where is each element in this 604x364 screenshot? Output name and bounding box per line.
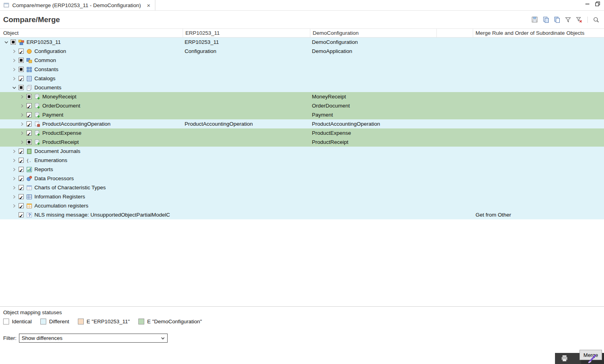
table-row[interactable]: ERP10253_11 ERP10253_11 DemoConfiguratio… [0, 38, 604, 47]
chevron-right-icon[interactable] [11, 166, 17, 173]
row-checkbox[interactable] [19, 185, 24, 190]
row-checkbox[interactable] [26, 112, 32, 117]
object-cell: Documents [0, 83, 183, 92]
table-row[interactable]: OrderDocument OrderDocument [0, 101, 604, 110]
column-header-left-config[interactable]: ERP10253_11 [183, 29, 310, 37]
row-checkbox[interactable] [19, 176, 24, 181]
tab-compare-merge[interactable]: Compare/merge (ERP10253_11 - DemoConfigu… [0, 0, 155, 10]
table-row[interactable]: Common [0, 56, 604, 65]
row-checkbox[interactable] [19, 149, 24, 154]
row-checkbox[interactable] [19, 85, 24, 90]
column-header-empty[interactable] [437, 29, 473, 37]
save-settings-icon[interactable] [531, 16, 539, 24]
column-header-object[interactable]: Object [0, 29, 183, 37]
chevron-right-icon[interactable] [11, 185, 17, 191]
chevron-right-icon[interactable] [11, 203, 17, 209]
table-row[interactable]: Configuration Configuration DemoApplicat… [0, 47, 604, 56]
table-row[interactable]: ProductReceipt ProductReceipt [0, 138, 604, 147]
tree-indent [0, 42, 3, 42]
minimize-icon[interactable] [584, 1, 591, 7]
left-config-value [183, 165, 310, 174]
table-row[interactable]: Accumulation registers [0, 201, 604, 210]
table-row[interactable]: Data Processors [0, 174, 604, 183]
right-config-value [310, 210, 437, 219]
chevron-right-icon[interactable] [11, 48, 17, 55]
table-row[interactable]: ProductExpense ProductExpense [0, 128, 604, 138]
filter-dropdown[interactable]: Show differences [19, 334, 168, 343]
table-row[interactable]: Document Journals [0, 147, 604, 156]
row-checkbox[interactable] [26, 121, 32, 126]
copy-settings-icon[interactable] [553, 16, 561, 24]
chevron-right-icon[interactable] [11, 75, 17, 82]
table-row[interactable]: ProductAccountingOperation ProductAccoun… [0, 119, 604, 128]
left-config-value [183, 201, 310, 210]
legend-swatch-different [40, 319, 46, 324]
row-checkbox[interactable] [19, 194, 24, 199]
chevron-right-icon[interactable] [11, 175, 17, 182]
left-config-value [183, 156, 310, 165]
zoom-icon[interactable] [592, 16, 600, 24]
empty-cell [437, 47, 473, 56]
chevron-right-icon[interactable] [11, 194, 17, 200]
row-checkbox[interactable] [19, 158, 24, 163]
tree-indent [0, 187, 11, 188]
table-row[interactable]: Payment Payment [0, 110, 604, 119]
table-row[interactable]: Reports [0, 165, 604, 174]
tree-indent [0, 115, 19, 115]
chevron-right-icon[interactable] [11, 66, 17, 73]
configuration-root-icon [18, 39, 25, 45]
row-checkbox[interactable] [19, 203, 24, 208]
column-header-right-config[interactable]: DemoConfiguration [310, 29, 437, 37]
chevron-down-icon[interactable] [3, 39, 9, 45]
row-checkbox[interactable] [26, 140, 32, 145]
table-row[interactable]: ? NLS missing message: UnsupportedObject… [0, 210, 604, 219]
row-checkbox[interactable] [19, 212, 24, 217]
left-config-value [183, 101, 310, 110]
table-row[interactable]: Information Registers [0, 192, 604, 201]
svg-text:{..}: {..} [26, 158, 33, 163]
left-config-value [183, 174, 310, 183]
row-checkbox[interactable] [11, 40, 16, 45]
left-config-value [183, 192, 310, 201]
catalogs-icon [26, 75, 32, 82]
document-op-icon [34, 121, 40, 127]
chevron-right-icon[interactable] [19, 130, 25, 136]
bottom-panel: Object mapping statuses Identical Differ… [0, 306, 604, 364]
row-checkbox[interactable] [26, 94, 32, 99]
table-row[interactable]: Constants [0, 65, 604, 74]
row-checkbox[interactable] [26, 103, 32, 108]
table-row[interactable]: Documents [0, 83, 604, 92]
close-icon[interactable]: × [147, 2, 150, 8]
row-checkbox[interactable] [19, 76, 24, 81]
row-checkbox[interactable] [26, 130, 32, 136]
object-cell: Reports [0, 165, 183, 174]
table-row[interactable]: {..} Enumerations [0, 156, 604, 165]
table-row[interactable]: MoneyReceipt MoneyReceipt [0, 92, 604, 101]
row-checkbox[interactable] [19, 58, 24, 63]
chevron-right-icon[interactable] [19, 94, 25, 100]
chevron-down-icon[interactable] [11, 85, 17, 91]
column-header-merge-rule[interactable]: Merge Rule and Order of Subordinate Obje… [473, 29, 604, 37]
chevron-right-icon[interactable] [19, 121, 25, 127]
row-checkbox[interactable] [19, 49, 24, 54]
chevron-right-icon[interactable] [19, 112, 25, 118]
table-row[interactable]: Charts of Characteristic Types [0, 183, 604, 192]
chevron-right-icon[interactable] [11, 157, 17, 164]
document-new-icon [34, 112, 40, 118]
chevron-right-icon[interactable] [11, 57, 17, 64]
filter-icon[interactable] [564, 16, 572, 24]
clear-filter-icon[interactable] [575, 16, 583, 24]
legend: Identical Different E "ERP10253_11" E "D… [3, 319, 604, 324]
object-cell: Information Registers [0, 192, 183, 201]
chevron-right-icon[interactable] [19, 139, 25, 145]
row-checkbox[interactable] [19, 167, 24, 172]
table-row[interactable]: Catalogs [0, 74, 604, 83]
chevron-right-icon[interactable] [11, 148, 17, 155]
merge-rule-value [473, 119, 604, 128]
chevron-right-icon[interactable] [19, 103, 25, 109]
tree-indent [0, 160, 11, 160]
restore-icon[interactable] [595, 1, 601, 7]
row-checkbox[interactable] [19, 67, 24, 72]
merge-settings-icon[interactable] [542, 16, 550, 24]
legend-swatch-exists-erp [78, 319, 84, 324]
